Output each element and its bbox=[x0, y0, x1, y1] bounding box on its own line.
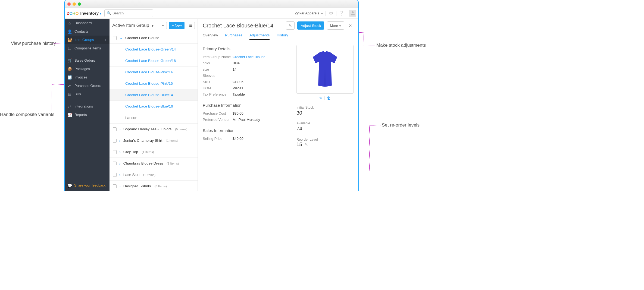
item-group-row[interactable]: › Lace Skirt(1 Items) bbox=[110, 169, 198, 181]
checkbox[interactable] bbox=[113, 139, 117, 143]
search-icon: 🔍 bbox=[107, 11, 111, 15]
image-edit-icon[interactable]: ✎ bbox=[319, 96, 323, 100]
new-button[interactable]: + New bbox=[169, 22, 185, 29]
chevron-right-icon[interactable]: › bbox=[119, 150, 121, 154]
checkbox[interactable] bbox=[113, 173, 117, 177]
field-row: Item Group NameCrochet Lace Blouse bbox=[203, 54, 291, 60]
checkbox[interactable] bbox=[113, 127, 117, 131]
cart-icon: 🛒 bbox=[67, 58, 72, 63]
item-group-row[interactable]: › Chambray Blouse Dress(1 Items) bbox=[110, 158, 198, 169]
field-row: Sleeves bbox=[203, 72, 291, 79]
view-toggle-icon[interactable]: ☰ bbox=[187, 22, 195, 29]
variant-row[interactable]: Crochet Lace Blouse-Pink/16 bbox=[110, 78, 198, 89]
variant-row[interactable]: Crochet Lace Blouse-Pink/14 bbox=[110, 67, 198, 78]
checkbox[interactable] bbox=[113, 162, 117, 165]
more-menu[interactable]: More▼ bbox=[327, 21, 344, 30]
message-icon: 💬 bbox=[67, 183, 72, 188]
sidebar: ⌂ Dashboard 👤 Contacts 🧺 Item Groups + ❒… bbox=[65, 19, 110, 191]
adjust-stock-button[interactable]: Adjust Stock bbox=[297, 21, 324, 30]
checkbox[interactable] bbox=[113, 150, 117, 154]
variant-row[interactable]: Crochet Lace Blouse-Green/16 bbox=[110, 55, 198, 67]
chevron-right-icon[interactable]: › bbox=[119, 161, 121, 166]
gear-icon[interactable]: ⚙ bbox=[328, 10, 334, 16]
help-icon[interactable]: ❔ bbox=[339, 10, 345, 16]
sidebar-item-label: Purchase Orders bbox=[74, 84, 107, 88]
chevron-right-icon[interactable]: › bbox=[119, 173, 121, 177]
brand-logo[interactable]: ZOHO Inventory▼ bbox=[67, 11, 102, 15]
window-maximize-icon[interactable] bbox=[78, 2, 81, 6]
sidebar-item-label: Bills bbox=[74, 92, 107, 96]
available-label: Available bbox=[296, 121, 354, 125]
search-input[interactable]: 🔍 bbox=[104, 10, 153, 17]
variant-row[interactable]: Crochet Lace Blouse-Green/14 bbox=[110, 44, 198, 55]
initial-stock-value: 30 bbox=[296, 110, 354, 116]
org-switcher[interactable]: Zylkar Apparels ▼ bbox=[295, 11, 323, 15]
sidebar-item-packages[interactable]: 📦 Packages bbox=[65, 65, 110, 73]
sidebar-item-contacts[interactable]: 👤 Contacts bbox=[65, 27, 110, 36]
annotation-purchase-history: View purchase history bbox=[11, 40, 56, 46]
checkbox[interactable] bbox=[113, 36, 117, 40]
sidebar-item-label: Dashboard bbox=[74, 21, 107, 25]
sidebar-item-dashboard[interactable]: ⌂ Dashboard bbox=[65, 19, 110, 27]
item-group-row[interactable]: › Soprano Henley Tee - Juniors(5 Items) bbox=[110, 124, 198, 135]
sidebar-item-sales orders[interactable]: 🛒 Sales Orders bbox=[65, 56, 110, 65]
chevron-right-icon[interactable]: › bbox=[119, 138, 121, 143]
chevron-right-icon[interactable]: › bbox=[119, 184, 121, 188]
close-icon[interactable]: × bbox=[347, 23, 354, 29]
feedback-link[interactable]: 💬 Share your feedback bbox=[65, 180, 110, 191]
sidebar-item-reports[interactable]: 📈 Reports bbox=[65, 111, 110, 119]
bag-icon: 🛍 bbox=[67, 84, 72, 88]
item-group-row[interactable]: › Crop Top(1 Items) bbox=[110, 146, 198, 158]
pencil-icon: ✎ bbox=[289, 24, 292, 28]
item-group-row[interactable]: › Designer T-shirts(6 Items) bbox=[110, 181, 198, 191]
variant-row[interactable]: Crochet Lace Blouse-Blue/16 bbox=[110, 101, 198, 112]
cube-icon: ❒ bbox=[67, 46, 72, 51]
section-primary: Primary Details bbox=[203, 46, 291, 51]
window-minimize-icon[interactable] bbox=[73, 2, 76, 6]
sidebar-item-invoices[interactable]: 🧾 Invoices bbox=[65, 73, 110, 81]
sidebar-item-purchase orders[interactable]: 🛍 Purchase Orders bbox=[65, 81, 110, 90]
list-filter-dropdown[interactable]: Active Item Group ▼ bbox=[112, 23, 154, 28]
sidebar-item-label: Integrations bbox=[74, 104, 107, 108]
variant-row[interactable]: Lanson bbox=[110, 112, 198, 124]
chevron-down-icon[interactable]: ⌄ bbox=[119, 36, 123, 40]
sort-icon[interactable]: ≡ bbox=[159, 22, 167, 29]
box-icon: 📦 bbox=[67, 67, 72, 71]
sidebar-item-label: Item Groups bbox=[74, 38, 102, 42]
window-close-icon[interactable] bbox=[67, 2, 71, 6]
avatar[interactable] bbox=[349, 10, 356, 17]
edit-button[interactable]: ✎ bbox=[286, 21, 295, 30]
item-group-row[interactable]: › Junior's Chambray Shirt(1 Items) bbox=[110, 135, 198, 146]
sidebar-item-composite items[interactable]: ❒ Composite Items bbox=[65, 44, 110, 52]
available-value: 74 bbox=[296, 126, 354, 132]
reorder-edit-icon[interactable]: ✎ bbox=[305, 143, 308, 147]
variant-row[interactable]: Crochet Lace Blouse-Blue/14 bbox=[110, 89, 198, 101]
item-group-list-panel: Active Item Group ▼ ≡ + New ☰ ⌄ Crochet … bbox=[110, 19, 198, 191]
sidebar-item-bills[interactable]: ▤ Bills bbox=[65, 90, 110, 98]
home-icon: ⌂ bbox=[67, 21, 72, 25]
sidebar-item-label: Sales Orders bbox=[74, 58, 107, 62]
product-image bbox=[296, 45, 354, 94]
tab-adjustments[interactable]: Adjustments bbox=[249, 32, 270, 40]
tab-purchases[interactable]: Purchases bbox=[225, 32, 242, 39]
item-group-row[interactable]: ⌄ Crochet Lace Blouse bbox=[110, 32, 198, 44]
annotation-reorder: Set re-order levels bbox=[382, 122, 420, 128]
window-titlebar bbox=[65, 0, 358, 8]
tab-overview[interactable]: Overview bbox=[203, 32, 218, 39]
sidebar-item-item groups[interactable]: 🧺 Item Groups + bbox=[65, 36, 110, 44]
add-icon[interactable]: + bbox=[105, 38, 107, 42]
app-window: ZOHO Inventory▼ 🔍 Zylkar Apparels ▼ ⚙ ❔ … bbox=[64, 0, 359, 191]
reorder-label: Reorder Level bbox=[296, 138, 354, 141]
sidebar-item-label: Composite Items bbox=[74, 46, 107, 50]
chevron-right-icon[interactable]: › bbox=[119, 127, 121, 131]
doc-icon: 🧾 bbox=[67, 75, 72, 80]
chart-icon: 📈 bbox=[67, 113, 72, 117]
checkbox[interactable] bbox=[113, 184, 117, 188]
field-row: Tax PreferenceTaxable bbox=[203, 91, 291, 97]
section-sales: Sales Information bbox=[203, 128, 291, 133]
image-delete-icon[interactable]: 🗑 bbox=[327, 96, 331, 100]
field-row: Purchase Cost$30.00 bbox=[203, 110, 291, 116]
tab-history[interactable]: History bbox=[277, 32, 288, 39]
sidebar-item-integrations[interactable]: ⇄ Integrations bbox=[65, 102, 110, 111]
field-row: SKUCB005 bbox=[203, 79, 291, 85]
